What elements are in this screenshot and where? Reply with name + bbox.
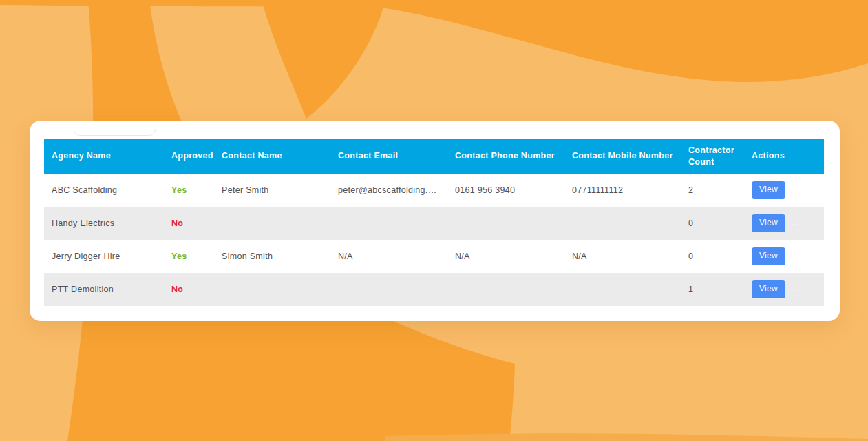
cell-contractor-count: 0 <box>681 207 744 240</box>
cell-contact-email: peter@abcscaffolding.co.uk <box>330 174 447 207</box>
agencies-table: Agency Name Approved Contact Name Contac… <box>44 139 824 306</box>
cell-agency-name: Jerry Digger Hire <box>44 240 164 273</box>
agencies-table-wrap: Agency Name Approved Contact Name Contac… <box>44 139 824 306</box>
cell-actions: ViewDelete <box>744 240 824 273</box>
cell-agency-name: ABC Scaffolding <box>44 174 164 207</box>
cell-contact-name: Simon Smith <box>214 240 330 273</box>
cell-contact-phone <box>447 273 564 306</box>
table-header-row: Agency Name Approved Contact Name Contac… <box>44 139 824 174</box>
table-row: PTT Demolition No 1 ViewDelete <box>44 273 824 306</box>
cell-contact-mobile <box>564 207 681 240</box>
view-button[interactable]: View <box>752 181 785 198</box>
col-header-contact-email: Contact Email <box>330 139 447 174</box>
cell-contact-mobile: 07711111112 <box>564 174 681 207</box>
cell-contact-email: N/A <box>330 240 447 273</box>
view-button[interactable]: View <box>752 214 785 232</box>
table-row: ABC Scaffolding Yes Peter Smith peter@ab… <box>44 174 824 207</box>
cell-contact-phone: N/A <box>447 240 564 273</box>
cell-agency-name: Handy Electrics <box>44 207 164 240</box>
cell-contractor-count: 1 <box>681 273 744 306</box>
table-row: Jerry Digger Hire Yes Simon Smith N/A N/… <box>44 240 824 273</box>
cell-contact-mobile <box>564 273 681 306</box>
cell-contractor-count: 0 <box>681 240 744 273</box>
cell-contractor-count: 2 <box>681 174 744 207</box>
cell-approved: No <box>164 273 214 306</box>
cell-actions: ViewDelete <box>744 207 824 240</box>
cell-contact-mobile: N/A <box>564 240 681 273</box>
cell-contact-name <box>214 273 330 306</box>
view-button[interactable]: View <box>752 247 785 265</box>
cell-approved: No <box>164 207 214 240</box>
col-header-agency-name: Agency Name <box>44 139 164 174</box>
cell-contact-email <box>330 207 447 240</box>
cell-actions: ViewDelete <box>744 273 824 306</box>
col-header-contact-phone: Contact Phone Number <box>447 139 564 174</box>
view-button[interactable]: View <box>752 280 785 298</box>
col-header-contact-mobile: Contact Mobile Number <box>564 139 681 174</box>
cell-approved: Yes <box>164 174 214 207</box>
table-row: Handy Electrics No 0 ViewDelete <box>44 207 824 240</box>
cell-contact-phone <box>447 207 564 240</box>
cell-contact-phone: 0161 956 3940 <box>447 174 564 207</box>
search-input[interactable] <box>74 129 156 136</box>
col-header-approved: Approved <box>164 139 214 174</box>
col-header-contractor-count: Contractor Count <box>681 139 744 174</box>
cell-agency-name: PTT Demolition <box>44 273 164 306</box>
col-header-contact-name: Contact Name <box>214 139 330 174</box>
agencies-card: Agency Name Approved Contact Name Contac… <box>30 121 840 321</box>
col-header-actions: Actions <box>744 139 824 174</box>
cell-contact-email <box>330 273 447 306</box>
cell-actions: ViewDelete <box>744 174 824 207</box>
cell-approved: Yes <box>164 240 214 273</box>
cell-contact-name: Peter Smith <box>214 174 330 207</box>
cell-contact-name <box>214 207 330 240</box>
